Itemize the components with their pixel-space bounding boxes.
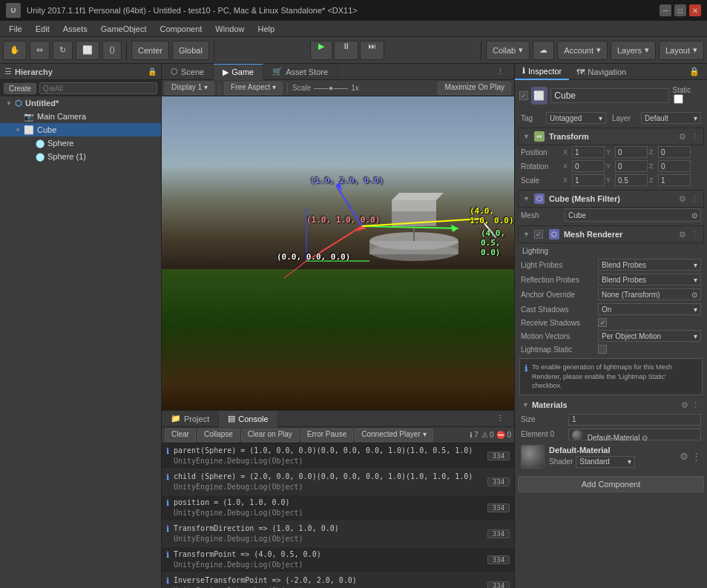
hierarchy-lock-icon[interactable]: 🔒 xyxy=(148,67,157,76)
tab-options[interactable]: ⋮ xyxy=(487,64,514,80)
console-row[interactable]: ℹ TransformDirection => (1.0, 1.0, 0.0) … xyxy=(162,521,514,547)
hand-tool[interactable]: ✋ xyxy=(3,41,27,60)
element0-select[interactable]: ⊙ xyxy=(642,434,648,442)
position-y[interactable] xyxy=(615,146,648,158)
error-pause-button[interactable]: Error Pause xyxy=(300,429,353,442)
hierarchy-item-sphere1[interactable]: ⬤ Sphere xyxy=(0,136,161,150)
rotation-y[interactable] xyxy=(615,160,648,172)
tab-project[interactable]: 📁 Project xyxy=(162,411,219,427)
scene-view[interactable]: (0.0, 0.0, 0.0) (1.0, 1.0, 0.0) (1.0, 2.… xyxy=(162,96,514,410)
object-name-field[interactable] xyxy=(550,88,669,103)
menu-edit[interactable]: Edit xyxy=(30,23,56,35)
scale-slider[interactable]: ——●—— xyxy=(314,84,348,92)
transform-options[interactable]: ⚙ xyxy=(679,132,686,142)
size-field[interactable]: 1 xyxy=(568,414,701,426)
meshfilter-menu[interactable]: ⋮ xyxy=(691,194,699,204)
transform-menu[interactable]: ⋮ xyxy=(691,132,699,142)
scale-x[interactable] xyxy=(572,174,605,186)
meshfilter-options[interactable]: ⚙ xyxy=(679,194,686,204)
rotation-x[interactable] xyxy=(572,160,605,172)
reflection-probes-dropdown[interactable]: Blend Probes ▾ xyxy=(598,274,701,285)
aspect-dropdown[interactable]: Free Aspect ▾ xyxy=(224,82,283,95)
motion-vectors-dropdown[interactable]: Per Object Motion ▾ xyxy=(598,330,701,342)
menu-help[interactable]: Help xyxy=(251,23,280,35)
clear-on-play-button[interactable]: Clear on Play xyxy=(241,429,299,442)
step-button[interactable]: ⏭ xyxy=(360,41,384,60)
collab-button[interactable]: Collab ▾ xyxy=(486,41,530,60)
receive-shadows-checkbox[interactable] xyxy=(598,318,607,327)
anchor-override-field[interactable]: None (Transform) ⊙ xyxy=(598,288,701,300)
center-toggle[interactable]: Center xyxy=(131,41,169,60)
tab-assetstore[interactable]: 🛒 Asset Store xyxy=(263,64,338,80)
rotate-tool[interactable]: ↻ xyxy=(53,41,73,60)
scale-tool[interactable]: ⬜ xyxy=(76,41,99,60)
play-button[interactable]: ▶ xyxy=(310,41,332,60)
display-dropdown[interactable]: Display 1 ▾ xyxy=(165,82,214,95)
shader-dropdown[interactable]: Standard ▾ xyxy=(576,456,635,468)
hierarchy-item-maincamera[interactable]: 📷 Main Camera xyxy=(0,110,161,123)
meshrenderer-enabled[interactable] xyxy=(534,230,543,239)
layers-dropdown[interactable]: Layers ▾ xyxy=(611,41,656,60)
hierarchy-create-button[interactable]: Create xyxy=(4,83,36,94)
anchor-select-icon[interactable]: ⊙ xyxy=(691,291,697,299)
inspector-lock[interactable]: 🔒 xyxy=(682,64,707,80)
move-tool[interactable]: ⇔ xyxy=(30,41,50,60)
scale-y[interactable] xyxy=(615,174,648,186)
element0-field[interactable]: Default-Material ⊙ xyxy=(568,429,701,440)
static-checkbox[interactable] xyxy=(674,94,683,104)
console-row[interactable]: ℹ child (Sphere) = (2.0, 0.0, 0.0)(0.0, … xyxy=(162,469,514,495)
menu-component[interactable]: Component xyxy=(154,23,208,35)
tab-scene[interactable]: ⬡ Scene xyxy=(162,64,214,80)
tab-inspector[interactable]: ℹ Inspector xyxy=(515,64,569,80)
menu-file[interactable]: File xyxy=(3,23,28,35)
scale-z[interactable] xyxy=(658,174,691,186)
transform-component-header[interactable]: ▼ ⇔ Transform ⚙ ⋮ xyxy=(518,128,704,145)
materials-options[interactable]: ⚙ xyxy=(681,400,688,410)
collapse-button[interactable]: Collapse xyxy=(197,429,240,442)
account-dropdown[interactable]: Account ▾ xyxy=(557,41,608,60)
layout-dropdown[interactable]: Layout ▾ xyxy=(659,41,704,60)
mesh-value-field[interactable]: Cube ⊙ xyxy=(565,208,701,222)
hierarchy-item-sphere2[interactable]: ⬤ Sphere (1) xyxy=(0,150,161,163)
meshrenderer-menu[interactable]: ⋮ xyxy=(691,230,699,240)
tab-navigation[interactable]: 🗺 Navigation xyxy=(569,64,634,80)
lightmap-static-checkbox[interactable] xyxy=(598,345,607,354)
hierarchy-item-cube[interactable]: ▼ ⬜ Cube xyxy=(0,123,161,136)
rotation-z[interactable] xyxy=(658,160,691,172)
console-row[interactable]: ℹ TransformPoint => (4.0, 0.5, 0.0) Unit… xyxy=(162,547,514,573)
minimize-button[interactable]: ─ xyxy=(660,4,671,16)
cast-shadows-dropdown[interactable]: On ▾ xyxy=(598,303,701,315)
maximize-button[interactable]: Maximize On Play xyxy=(438,82,511,95)
tab-game[interactable]: ▶ Game xyxy=(214,64,263,80)
mesh-filter-header[interactable]: ▼ ⬡ Cube (Mesh Filter) ⚙ ⋮ xyxy=(518,190,704,208)
console-row[interactable]: ℹ InverseTransformPoint => (-2.0, 2.0, 0… xyxy=(162,573,514,588)
object-enabled-checkbox[interactable] xyxy=(519,91,528,100)
tab-console[interactable]: ▤ Console xyxy=(219,411,277,427)
pause-button[interactable]: ⏸ xyxy=(334,41,358,60)
light-probes-dropdown[interactable]: Blend Probes ▾ xyxy=(598,259,701,271)
mesh-select-icon[interactable]: ⊙ xyxy=(691,211,697,219)
global-toggle[interactable]: Global xyxy=(172,41,209,60)
hierarchy-item-untitled[interactable]: ▼ ⬡ Untitled* xyxy=(0,96,161,110)
material-menu-icon[interactable]: ⋮ xyxy=(691,451,701,462)
material-settings-icon[interactable]: ⚙ xyxy=(680,451,688,462)
menu-gameobject[interactable]: GameObject xyxy=(95,23,153,35)
add-component-button[interactable]: Add Component xyxy=(518,476,704,492)
cloud-button[interactable]: ☁ xyxy=(533,41,554,60)
maximize-button[interactable]: □ xyxy=(674,4,686,16)
materials-menu[interactable]: ⋮ xyxy=(691,400,700,410)
bottom-tab-options[interactable]: ⋮ xyxy=(487,411,514,427)
tag-dropdown[interactable]: Untagged ▾ xyxy=(546,112,606,124)
mesh-renderer-header[interactable]: ▼ ⬡ Mesh Renderer ⚙ ⋮ xyxy=(518,225,704,243)
position-z[interactable] xyxy=(658,146,691,158)
console-row[interactable]: ℹ position = (1.0, 1.0, 0.0) UnityEngine… xyxy=(162,495,514,521)
materials-header[interactable]: ▼ Materials ⚙ ⋮ xyxy=(518,398,704,412)
menu-window[interactable]: Window xyxy=(209,23,250,35)
rect-tool[interactable]: ⟨⟩ xyxy=(102,41,122,60)
menu-assets[interactable]: Assets xyxy=(57,23,93,35)
position-x[interactable] xyxy=(572,146,605,158)
console-row[interactable]: ℹ parent(Sphere) = (1.0, 0.0, 0.0)(0.0, … xyxy=(162,443,514,469)
layer-dropdown[interactable]: Default ▾ xyxy=(641,112,701,124)
hierarchy-search-input[interactable] xyxy=(39,82,157,94)
connected-player-button[interactable]: Connected Player ▾ xyxy=(355,429,433,442)
